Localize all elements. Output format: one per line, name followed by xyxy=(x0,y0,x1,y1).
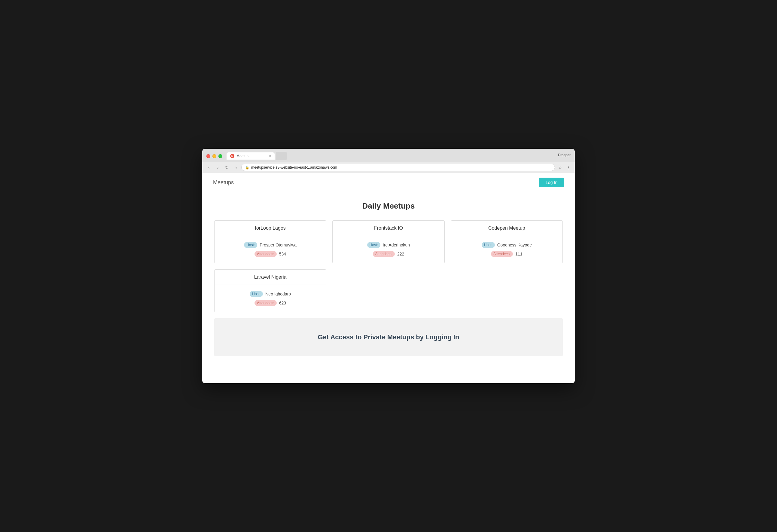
card-body-0: Host: Prosper Otemuyiwa Attendees: 534 xyxy=(215,236,326,263)
new-tab-button[interactable] xyxy=(276,152,287,160)
attendees-badge-3: Attendees: xyxy=(254,300,276,306)
back-button[interactable]: ‹ xyxy=(205,164,212,171)
tab-close-button[interactable]: × xyxy=(269,154,271,158)
private-section-title: Get Access to Private Meetups by Logging… xyxy=(220,333,557,341)
card-header-0: forLoop Lagos xyxy=(215,221,326,236)
host-name-1: Ire Aderinokun xyxy=(383,242,410,247)
security-icon: 🔒 xyxy=(245,166,249,170)
meetup-card-1: Frontstack IO Host: Ire Aderinokun Atten… xyxy=(332,220,444,263)
attendees-count-0: 534 xyxy=(279,251,286,256)
browser-tab[interactable]: M Meetup × xyxy=(227,152,274,159)
card-host-row-0: Host: Prosper Otemuyiwa xyxy=(244,242,297,248)
app-header: Meetups Log In xyxy=(202,173,575,192)
browser-user: Prosper xyxy=(558,153,571,159)
refresh-button[interactable]: ↻ xyxy=(223,164,230,171)
main-content: Daily Meetups forLoop Lagos Host: Prospe… xyxy=(202,192,575,368)
home-button[interactable]: ⌂ xyxy=(232,164,239,171)
browser-titlebar: M Meetup × Prosper xyxy=(202,149,575,162)
card-attendees-row-2: Attendees: 111 xyxy=(491,251,523,257)
host-name-2: Goodness Kayode xyxy=(497,242,532,247)
meetup-card-3: Laravel Nigeria Host: Neo Ighodaro Atten… xyxy=(214,269,326,312)
card-title-1: Frontstack IO xyxy=(374,225,403,230)
app-logo: Meetups xyxy=(213,180,234,186)
traffic-light-maximize[interactable] xyxy=(218,154,222,158)
private-section: Get Access to Private Meetups by Logging… xyxy=(214,318,563,356)
card-title-0: forLoop Lagos xyxy=(255,225,286,230)
host-name-3: Neo Ighodaro xyxy=(265,292,291,296)
host-badge-3: Host: xyxy=(250,291,263,297)
forward-button[interactable]: › xyxy=(214,164,221,171)
host-badge-1: Host: xyxy=(367,242,380,248)
host-badge-2: Host: xyxy=(482,242,495,248)
attendees-badge-0: Attendees: xyxy=(254,251,276,257)
browser-window: M Meetup × Prosper ‹ › ↻ ⌂ 🔒 meetupservi… xyxy=(202,149,575,383)
card-header-1: Frontstack IO xyxy=(333,221,444,236)
tab-favicon: M xyxy=(230,154,234,158)
traffic-light-close[interactable] xyxy=(206,154,210,158)
attendees-badge-1: Attendees: xyxy=(373,251,395,257)
card-attendees-row-0: Attendees: 534 xyxy=(254,251,286,257)
menu-button[interactable]: ⋮ xyxy=(565,164,572,171)
card-host-row-1: Host: Ire Aderinokun xyxy=(367,242,410,248)
card-body-3: Host: Neo Ighodaro Attendees: 623 xyxy=(215,285,326,312)
host-name-0: Prosper Otemuyiwa xyxy=(259,242,297,247)
empty-slot-2 xyxy=(451,269,563,312)
attendees-badge-2: Attendees: xyxy=(491,251,513,257)
card-body-1: Host: Ire Aderinokun Attendees: 222 xyxy=(333,236,444,263)
card-attendees-row-3: Attendees: 623 xyxy=(254,300,286,306)
app-content: Meetups Log In Daily Meetups forLoop Lag… xyxy=(202,173,575,383)
meetups-grid-row1: forLoop Lagos Host: Prosper Otemuyiwa At… xyxy=(214,220,563,263)
host-badge-0: Host: xyxy=(244,242,257,248)
attendees-count-1: 222 xyxy=(397,251,404,256)
card-host-row-3: Host: Neo Ighodaro xyxy=(250,291,291,297)
meetup-card-0: forLoop Lagos Host: Prosper Otemuyiwa At… xyxy=(214,220,326,263)
toolbar-actions: ☆ ⋮ xyxy=(557,164,572,171)
traffic-light-minimize[interactable] xyxy=(212,154,216,158)
card-host-row-2: Host: Goodness Kayode xyxy=(482,242,532,248)
page-title: Daily Meetups xyxy=(214,201,563,211)
card-header-3: Laravel Nigeria xyxy=(215,270,326,285)
address-bar[interactable]: 🔒 meetupservice.s3-website-us-east-1.ama… xyxy=(241,164,555,171)
browser-toolbar: ‹ › ↻ ⌂ 🔒 meetupservice.s3-website-us-ea… xyxy=(202,162,575,173)
address-text: meetupservice.s3-website-us-east-1.amazo… xyxy=(251,165,337,170)
login-button[interactable]: Log In xyxy=(539,178,564,187)
card-title-2: Codepen Meetup xyxy=(488,225,525,230)
card-header-2: Codepen Meetup xyxy=(451,221,562,236)
browser-chrome: M Meetup × Prosper ‹ › ↻ ⌂ 🔒 meetupservi… xyxy=(202,149,575,173)
meetups-grid-row2: Laravel Nigeria Host: Neo Ighodaro Atten… xyxy=(214,269,563,312)
card-attendees-row-1: Attendees: 222 xyxy=(373,251,405,257)
bookmark-button[interactable]: ☆ xyxy=(557,164,563,171)
card-body-2: Host: Goodness Kayode Attendees: 111 xyxy=(451,236,562,263)
card-title-3: Laravel Nigeria xyxy=(254,275,287,280)
attendees-count-3: 623 xyxy=(279,301,286,305)
meetup-card-2: Codepen Meetup Host: Goodness Kayode Att… xyxy=(451,220,563,263)
empty-slot-1 xyxy=(332,269,444,312)
attendees-count-2: 111 xyxy=(515,251,522,256)
traffic-lights xyxy=(206,154,222,158)
tab-title: Meetup xyxy=(236,154,267,158)
